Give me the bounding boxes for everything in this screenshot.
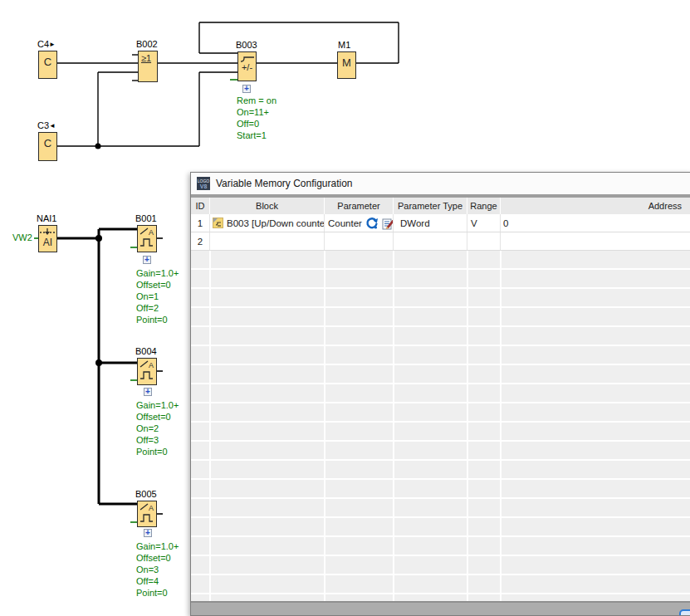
header-range: Range [467, 198, 501, 214]
table-header-row: ID Block Parameter Parameter Type Range … [191, 198, 690, 214]
cell-parameter-type: DWord [394, 214, 467, 232]
cell-parameter-type [394, 232, 467, 250]
header-address: Address [501, 198, 690, 214]
cursor-right-icon: ► [49, 41, 56, 48]
dialog-footer [191, 601, 690, 615]
cell-parameter: Counter [325, 214, 394, 232]
dialog-title: Variable Memory Configuration [216, 178, 353, 189]
cell-block [210, 232, 325, 250]
header-parameter: Parameter [325, 198, 394, 214]
block-b002-or-gate[interactable]: ≥1 [138, 51, 158, 82]
analog-threshold-icon: A [138, 359, 156, 382]
analog-threshold-icon: A [138, 501, 156, 525]
block-b005-analog-threshold[interactable]: A [137, 501, 157, 527]
block-b003-updown-counter[interactable]: +/- [237, 51, 257, 81]
block-label-b002: B002 [136, 39, 158, 49]
table-row[interactable]: 1 B003 [Up/Down counter] Counter [191, 214, 690, 232]
block-b001-analog-threshold[interactable]: A [137, 225, 157, 252]
cell-block: B003 [Up/Down counter] [210, 214, 325, 232]
svg-text:A: A [149, 228, 154, 237]
block-m1-marker[interactable]: M [337, 51, 356, 79]
block-c3-cursor-key[interactable]: C [38, 132, 57, 161]
block-params-b001: Gain=1.0+ Offset=0 On=1 Off=2 Point=0 [136, 267, 179, 325]
analog-wires [57, 229, 137, 504]
block-c4-cursor-key[interactable]: C [38, 51, 57, 79]
cell-parameter [325, 232, 394, 250]
block-label-nai1: NAI1 [37, 213, 56, 223]
svg-text:A: A [149, 504, 154, 512]
network-input-icon [39, 227, 56, 237]
grid-line [209, 251, 211, 601]
block-label-b001: B001 [135, 213, 157, 223]
cell-id: 1 [191, 214, 210, 232]
block-nai1-network-analog-input[interactable]: AI [38, 225, 57, 252]
cell-range [467, 232, 501, 250]
cell-address[interactable] [501, 232, 690, 250]
block-b004-analog-threshold[interactable]: A [137, 358, 157, 385]
fbd-editor-canvas: C4► C3◄ B002 B003 M1 NAI1 B001 B004 B005… [0, 0, 690, 616]
ok-button[interactable] [679, 609, 690, 616]
variable-memory-dialog: LOGO V8 Variable Memory Configuration ID… [190, 172, 690, 616]
grid-line [500, 251, 502, 601]
header-id: ID [191, 198, 210, 214]
circular-reference-icon[interactable] [365, 217, 379, 230]
block-mini-icon [213, 218, 223, 228]
header-parameter-type: Parameter Type [394, 198, 467, 214]
dialog-titlebar[interactable]: LOGO V8 Variable Memory Configuration [191, 173, 690, 194]
block-label-c3: C3◄ [37, 120, 56, 130]
grid-line [393, 251, 394, 601]
vw2-input-label: VW2 [12, 232, 32, 242]
block-params-b003: Rem = on On=11+ Off=0 Start=1 [237, 95, 276, 141]
header-block: Block [210, 198, 325, 214]
table-empty-area [191, 251, 690, 601]
block-label-b005: B005 [135, 489, 157, 499]
expand-icon-b001[interactable]: + [143, 256, 151, 264]
block-label-b004: B004 [135, 346, 157, 356]
block-label-c4: C4► [37, 39, 56, 49]
table-row[interactable]: 2 [191, 232, 690, 251]
svg-text:A: A [149, 361, 154, 369]
expand-icon-b005[interactable]: + [144, 529, 152, 537]
block-params-b005: Gain=1.0+ Offset=0 On=3 Off=4 Point=0 [136, 540, 179, 599]
block-params-b004: Gain=1.0+ Offset=0 On=2 Off=3 Point=0 [136, 399, 179, 457]
block-label-b003: B003 [236, 40, 257, 50]
logo-app-icon: LOGO V8 [197, 177, 210, 190]
expand-icon-b004[interactable]: + [144, 388, 152, 396]
cell-range: V [467, 214, 501, 232]
analog-threshold-icon: A [138, 226, 156, 249]
grid-line [324, 251, 325, 601]
expand-icon-b003[interactable]: + [242, 85, 251, 93]
edit-parameter-icon[interactable] [382, 217, 394, 230]
cell-id: 2 [191, 232, 210, 250]
grid-line [467, 251, 468, 601]
cursor-left-icon: ◄ [49, 122, 56, 130]
cell-address[interactable]: 0 [501, 214, 690, 232]
block-label-m1: M1 [338, 40, 350, 50]
